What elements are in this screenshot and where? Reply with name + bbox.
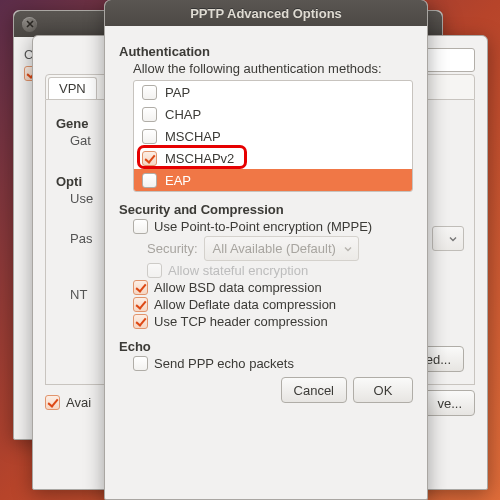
- save-button[interactable]: ve...: [424, 390, 475, 416]
- echo-label: Send PPP echo packets: [154, 356, 294, 371]
- deflate-row[interactable]: Allow Deflate data compression: [133, 297, 413, 312]
- auth-method-label: PAP: [165, 85, 190, 100]
- checkbox[interactable]: [133, 297, 148, 312]
- dialog-title: PPTP Advanced Options: [113, 6, 419, 21]
- checkbox[interactable]: [142, 85, 157, 100]
- pptp-advanced-options-dialog: PPTP Advanced Options Authentication All…: [104, 0, 428, 500]
- mppe-label: Use Point-to-Point encryption (MPPE): [154, 219, 372, 234]
- checkbox[interactable]: [133, 280, 148, 295]
- label: Avai: [66, 395, 91, 410]
- checkbox[interactable]: [142, 173, 157, 188]
- label: Use: [70, 191, 93, 206]
- checkbox[interactable]: [45, 395, 60, 410]
- chevron-down-icon: [449, 231, 457, 246]
- label: NT: [70, 287, 87, 302]
- security-combo-row: Security: All Available (Default): [147, 236, 413, 261]
- text-input[interactable]: [421, 48, 475, 72]
- auth-method-pap[interactable]: PAP: [134, 81, 412, 103]
- security-combo: All Available (Default): [204, 236, 359, 261]
- auth-allow-label: Allow the following authentication metho…: [133, 61, 413, 76]
- checkbox[interactable]: [142, 151, 157, 166]
- section-security: Security and Compression: [119, 202, 413, 217]
- security-combo-value: All Available (Default): [213, 241, 336, 256]
- titlebar[interactable]: PPTP Advanced Options: [105, 0, 427, 26]
- bsd-label: Allow BSD data compression: [154, 280, 322, 295]
- close-icon[interactable]: [22, 17, 37, 32]
- combo[interactable]: [432, 226, 464, 251]
- checkbox: [147, 263, 162, 278]
- auth-method-label: CHAP: [165, 107, 201, 122]
- security-label: Security:: [147, 241, 198, 256]
- label: Gat: [70, 133, 91, 148]
- cancel-button[interactable]: Cancel: [281, 377, 347, 403]
- auth-method-label: MSCHAP: [165, 129, 221, 144]
- tcp-row[interactable]: Use TCP header compression: [133, 314, 413, 329]
- checkbox[interactable]: [142, 107, 157, 122]
- auth-methods-list: PAP CHAP MSCHAP MSCHAPv2 EAP: [133, 80, 413, 192]
- deflate-label: Allow Deflate data compression: [154, 297, 336, 312]
- section-authentication: Authentication: [119, 44, 413, 59]
- checkbox[interactable]: [133, 314, 148, 329]
- auth-method-label: EAP: [165, 173, 191, 188]
- stateful-row: Allow stateful encryption: [147, 263, 413, 278]
- stateful-label: Allow stateful encryption: [168, 263, 308, 278]
- checkbox[interactable]: [133, 219, 148, 234]
- auth-method-eap[interactable]: EAP: [134, 169, 412, 191]
- echo-row[interactable]: Send PPP echo packets: [133, 356, 413, 371]
- tcp-label: Use TCP header compression: [154, 314, 328, 329]
- auth-method-label: MSCHAPv2: [165, 151, 234, 166]
- section-echo: Echo: [119, 339, 413, 354]
- bsd-row[interactable]: Allow BSD data compression: [133, 280, 413, 295]
- mppe-row[interactable]: Use Point-to-Point encryption (MPPE): [133, 219, 413, 234]
- auth-method-mschap[interactable]: MSCHAP: [134, 125, 412, 147]
- auth-method-chap[interactable]: CHAP: [134, 103, 412, 125]
- label: Pas: [70, 231, 92, 246]
- ok-button[interactable]: OK: [353, 377, 413, 403]
- tab-vpn[interactable]: VPN: [48, 77, 97, 99]
- checkbox[interactable]: [142, 129, 157, 144]
- checkbox[interactable]: [133, 356, 148, 371]
- auth-method-mschapv2[interactable]: MSCHAPv2: [134, 147, 412, 169]
- chevron-down-icon: [344, 241, 352, 256]
